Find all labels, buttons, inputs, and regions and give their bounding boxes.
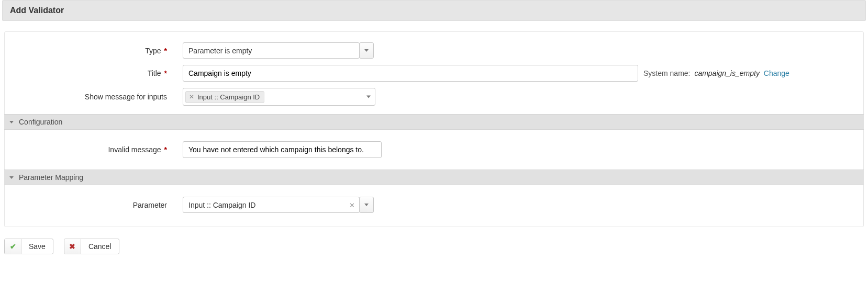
check-icon: ✔ <box>10 242 16 251</box>
close-icon[interactable]: ✕ <box>349 201 355 209</box>
row-type: Type * Parameter is empty <box>5 39 863 62</box>
save-button[interactable]: ✔ Save <box>4 239 53 254</box>
system-name-block: System name: campaign_is_empty Change <box>643 69 789 77</box>
label-invalid-message: Invalid message * <box>5 145 167 154</box>
section-configuration-header[interactable]: Configuration <box>4 114 864 130</box>
label-show-message-text: Show message for inputs <box>85 93 167 101</box>
tag-item: ✕ Input :: Campaign ID <box>185 91 264 103</box>
row-parameter: Parameter Input :: Campaign ID ✕ <box>5 194 863 216</box>
section-parameter-mapping-title: Parameter Mapping <box>19 173 83 182</box>
page-title: Add Validator <box>10 6 858 15</box>
row-title: Title * System name: campaign_is_empty C… <box>5 62 863 85</box>
cancel-button-label: Cancel <box>81 239 119 254</box>
type-select[interactable]: Parameter is empty <box>183 42 360 59</box>
chevron-down-icon <box>366 96 371 98</box>
button-row: ✔ Save ✖ Cancel <box>0 236 868 270</box>
field-show-message: ✕ Input :: Campaign ID <box>183 88 863 106</box>
label-parameter-text: Parameter <box>133 201 167 209</box>
chevron-down-icon <box>9 176 14 179</box>
save-button-label: Save <box>21 239 53 254</box>
field-title: System name: campaign_is_empty Change <box>183 65 863 82</box>
required-marker: * <box>164 47 167 55</box>
section-parameter-mapping-body: Parameter Input :: Campaign ID ✕ <box>5 190 863 219</box>
row-show-message: Show message for inputs ✕ Input :: Campa… <box>5 85 863 109</box>
section-configuration-body: Invalid message * <box>5 135 863 164</box>
label-type: Type * <box>5 47 167 55</box>
type-select-toggle[interactable] <box>359 42 374 59</box>
label-parameter: Parameter <box>5 201 167 209</box>
chevron-down-icon <box>364 49 369 52</box>
system-name-value: campaign_is_empty <box>694 69 760 77</box>
parameter-select[interactable]: Input :: Campaign ID ✕ <box>183 197 360 213</box>
x-icon: ✖ <box>69 242 75 251</box>
chevron-down-icon <box>9 121 14 123</box>
form-panel: Type * Parameter is empty Title * System… <box>4 31 864 227</box>
label-show-message: Show message for inputs <box>5 93 167 101</box>
field-type: Parameter is empty <box>183 42 863 59</box>
required-marker: * <box>164 69 167 77</box>
type-select-value: Parameter is empty <box>188 47 252 55</box>
system-name-change-link[interactable]: Change <box>764 69 789 77</box>
label-type-text: Type <box>145 47 161 55</box>
tag-label: Input :: Campaign ID <box>197 93 260 101</box>
chevron-down-icon <box>364 204 369 206</box>
cancel-button[interactable]: ✖ Cancel <box>64 239 119 254</box>
page-header: Add Validator <box>2 0 866 21</box>
invalid-message-input[interactable] <box>183 141 382 158</box>
section-configuration-title: Configuration <box>19 118 62 126</box>
field-parameter: Input :: Campaign ID ✕ <box>183 197 863 213</box>
parameter-select-value: Input :: Campaign ID <box>188 201 255 209</box>
show-message-multiselect[interactable]: ✕ Input :: Campaign ID <box>183 88 375 106</box>
field-invalid-message <box>183 141 863 158</box>
label-title-text: Title <box>148 69 161 77</box>
section-parameter-mapping-header[interactable]: Parameter Mapping <box>4 170 864 185</box>
close-icon[interactable]: ✕ <box>189 94 194 100</box>
parameter-select-toggle[interactable] <box>359 197 374 213</box>
row-invalid-message: Invalid message * <box>5 138 863 161</box>
system-name-label: System name: <box>643 69 690 77</box>
label-title: Title * <box>5 69 167 77</box>
required-marker: * <box>164 145 167 154</box>
label-invalid-message-text: Invalid message <box>108 145 161 154</box>
title-input[interactable] <box>183 65 638 82</box>
